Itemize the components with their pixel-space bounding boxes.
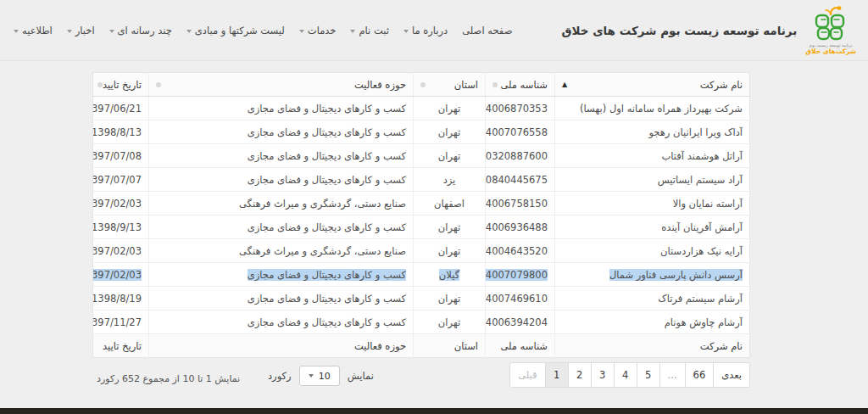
column-label: استان xyxy=(454,79,478,91)
cell-field-text: کسب و کارهای دیجیتال و فضای مجازی xyxy=(248,103,406,115)
cell-field: کسب و کارهای دیجیتال و فضای مجازی xyxy=(149,120,414,144)
cell-date: 1397/11/27 xyxy=(93,310,149,334)
table-row[interactable]: آداک ویرا ایرانیان رهجو14007076558تهرانک… xyxy=(93,120,750,144)
brand-logo[interactable]: برنامه توسعه زیست بوم شرکت‌های خلاق xyxy=(805,6,856,55)
cell-field-text: صنایع دستی، گردشگری و میراث فرهنگی xyxy=(239,245,406,257)
column-header-name[interactable]: نام شرکت▲ xyxy=(555,73,750,97)
chevron-down-icon xyxy=(350,30,355,33)
nav-item-6[interactable]: اخبار xyxy=(67,25,95,36)
cell-id: 10320887600 xyxy=(486,144,555,168)
cell-field-text: کسب و کارهای دیجیتال و فضای مجازی xyxy=(248,150,406,162)
cell-name-text: آراد سیستم ایساتیس xyxy=(658,174,743,186)
pagination-page-3[interactable]: 3 xyxy=(591,362,615,388)
footer-column-label-id: شناسه ملی xyxy=(486,334,555,358)
nav-item-label: اخبار xyxy=(75,25,95,36)
cell-field: صنایع دستی، گردشگری و میراث فرهنگی xyxy=(149,239,414,263)
cell-prov-text: یزد xyxy=(443,174,456,186)
column-header-prov[interactable]: استان xyxy=(414,73,486,97)
table-footer: نام شرکتشناسه ملیاستانحوزه فعالیتتاریخ ت… xyxy=(93,334,750,358)
cell-field: کسب و کارهای دیجیتال و فضای مجازی xyxy=(149,97,414,120)
page-size-control: نمایش 10 رکورد xyxy=(268,366,374,386)
nav-item-label: خدمات xyxy=(308,25,337,36)
cell-field-text: کسب و کارهای دیجیتال و فضای مجازی xyxy=(248,269,406,281)
cell-prov-text: تهران xyxy=(438,126,461,138)
cell-prov: یزد xyxy=(414,168,486,192)
cell-id-text: 14006870353 xyxy=(486,103,548,115)
cell-name-text: آرایه نیک هزاردستان xyxy=(660,245,743,257)
chevron-down-icon xyxy=(403,30,409,33)
cell-date-text: 1398/8/19 xyxy=(93,293,142,305)
pagination-next-button[interactable]: بعدی xyxy=(713,362,750,388)
nav-item-3[interactable]: خدمات xyxy=(299,25,337,36)
cell-id: 14006758150 xyxy=(486,192,555,215)
cell-name: آراسته نمایان والا xyxy=(555,192,750,215)
pagination-page-1[interactable]: 1 xyxy=(545,362,569,388)
cell-date: 1397/07/07 xyxy=(93,168,149,192)
cell-prov-text: اصفهان xyxy=(434,198,465,210)
pagination-page-2[interactable]: 2 xyxy=(568,362,592,388)
nav-item-label: لیست شرکتها و مبادی xyxy=(195,25,285,36)
nav-item-7[interactable]: اطلاعیه xyxy=(14,25,53,36)
cell-field-text: کسب و کارهای دیجیتال و فضای مجازی xyxy=(248,174,406,186)
page-size-select[interactable]: 10 xyxy=(299,366,340,386)
footer-column-label-field: حوزه فعالیت xyxy=(149,334,414,358)
table-row[interactable]: آراد سیستم ایساتیس10840445675یزدکسب و کا… xyxy=(93,168,750,192)
cell-date-text: 1397/02/03 xyxy=(93,198,142,210)
cell-id: 14007079800 xyxy=(486,263,555,287)
cell-field: کسب و کارهای دیجیتال و فضای مجازی xyxy=(149,215,414,239)
nav-item-0[interactable]: صفحه اصلی xyxy=(462,25,512,36)
pagination-page-66[interactable]: 66 xyxy=(685,362,715,388)
nav-item-label: صفحه اصلی xyxy=(462,25,512,36)
column-label: نام شرکت xyxy=(700,79,743,91)
table-row[interactable]: آرشام چاوش هونام14006394204تهرانکسب و کا… xyxy=(93,310,750,334)
companies-table: نام شرکت▲شناسه ملیاستانحوزه فعالیتتاریخ … xyxy=(92,72,750,358)
column-header-field[interactable]: حوزه فعالیت xyxy=(149,73,414,97)
table-row[interactable]: شرکت بهپرداز همراه سامانه اول (بهسا)1400… xyxy=(93,97,750,120)
pagination-page-4[interactable]: 4 xyxy=(614,362,637,388)
cell-id-text: 14006394204 xyxy=(486,316,548,328)
site-title: برنامه توسعه زیست بوم شرکت های خلاق xyxy=(561,24,797,37)
nav-item-1[interactable]: درباره ما xyxy=(403,25,448,36)
table-row[interactable]: آرایه نیک هزاردستان14004643520تهرانصنایع… xyxy=(93,239,750,263)
chevron-down-icon xyxy=(14,30,19,33)
cell-id: 14004643520 xyxy=(486,239,555,263)
column-header-date[interactable]: تاریخ تایید xyxy=(93,73,149,97)
table-row[interactable]: آرشام سیستم فرتاک14007469610تهرانکسب و ک… xyxy=(93,287,750,310)
cell-date-text: 1398/8/13 xyxy=(93,126,142,138)
sort-inactive-icon xyxy=(420,82,426,87)
chevron-down-icon xyxy=(309,374,314,378)
cell-id: 14006394204 xyxy=(486,310,555,334)
cell-name: آرسس دانش پارسی فناور شمال xyxy=(555,263,750,287)
chevron-down-icon xyxy=(67,30,72,33)
nav-item-2[interactable]: ثبت نام xyxy=(350,25,388,36)
cell-id: 10840445675 xyxy=(486,168,555,192)
cell-field: کسب و کارهای دیجیتال و فضای مجازی xyxy=(149,310,414,334)
footer-dark-bar xyxy=(0,408,868,414)
cell-id: 14007076558 xyxy=(486,120,555,144)
cell-id: 14006870353 xyxy=(486,97,555,120)
pagination: بعدی66...54321قبلی xyxy=(510,362,750,388)
cell-date-text: 1397/02/03 xyxy=(93,269,142,281)
cell-prov-text: تهران xyxy=(438,221,461,233)
nav-item-5[interactable]: چند رسانه ای xyxy=(109,25,172,36)
table-row[interactable]: آرامش آفرینان آینده14006936488تهرانکسب و… xyxy=(93,215,750,239)
table-row[interactable]: آرسس دانش پارسی فناور شمال14007079800گیل… xyxy=(93,263,750,287)
cell-id-text: 14006758150 xyxy=(486,198,548,210)
table-row[interactable]: آراسته نمایان والا14006758150اصفهانصنایع… xyxy=(93,192,750,215)
column-header-id[interactable]: شناسه ملی xyxy=(486,73,555,97)
cell-name-text: شرکت بهپرداز همراه سامانه اول (بهسا) xyxy=(580,103,743,115)
table-row[interactable]: آراتل هوشمند آفتاب10320887600تهرانکسب و … xyxy=(93,144,750,168)
records-info: نمایش 1 تا 10 از مجموع 652 رکورد xyxy=(97,373,240,384)
records-label: رکورد xyxy=(268,370,292,382)
page-size-value: 10 xyxy=(319,371,331,382)
creative-companies-logo-icon xyxy=(811,6,850,42)
cell-field-text: کسب و کارهای دیجیتال و فضای مجازی xyxy=(248,221,406,233)
cell-date-text: 1397/02/03 xyxy=(93,245,142,257)
nav-item-4[interactable]: لیست شرکتها و مبادی xyxy=(186,25,285,36)
cell-date: 1398/9/13 xyxy=(93,215,149,239)
cell-id-text: 14004643520 xyxy=(486,245,548,257)
pagination-page-5[interactable]: 5 xyxy=(637,362,660,388)
nav-item-label: چند رسانه ای xyxy=(118,25,172,36)
cell-date: 1397/02/03 xyxy=(93,263,149,287)
pagination-prev-button[interactable]: قبلی xyxy=(509,362,545,388)
